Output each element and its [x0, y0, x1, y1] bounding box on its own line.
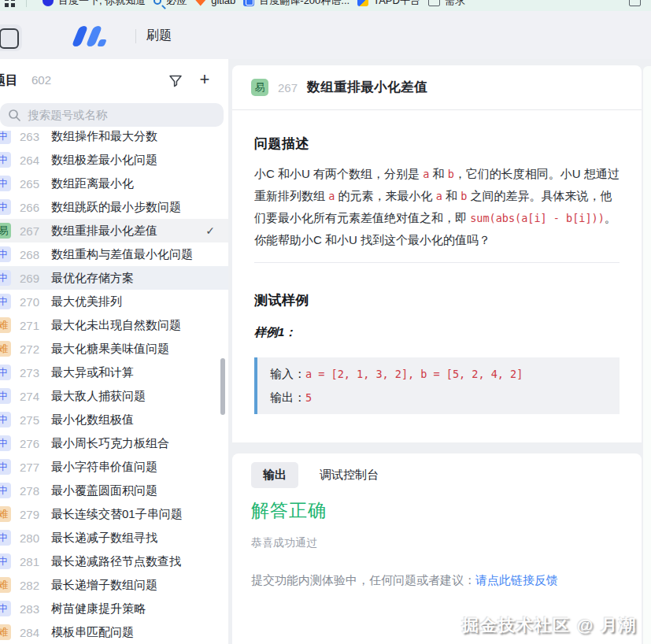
app-logo-icon: [69, 25, 110, 47]
difficulty-badge: 中: [0, 459, 11, 475]
problem-title: 模板串匹配问题: [51, 625, 134, 640]
example-output-label: 输出：: [270, 390, 305, 404]
header-divider: [135, 29, 136, 43]
problem-list-item[interactable]: 中 276 最小周长巧克力板组合: [0, 431, 228, 455]
problem-list-item[interactable]: 中 266 数组跳跃的最小步数问题: [0, 195, 228, 219]
tapd-icon: [357, 0, 368, 6]
problem-list: 中 263 数组操作和最大分数 中 264 数组极差最小化问题 中 265 数组…: [0, 131, 228, 644]
problem-list-item[interactable]: 中 280 最长递减子数组寻找: [0, 526, 228, 550]
tab-debug-console[interactable]: 调试控制台: [308, 462, 390, 488]
example-label: 样例1：: [254, 325, 620, 340]
problem-id: 284: [20, 626, 46, 639]
difficulty-badge: 中: [0, 176, 11, 191]
problem-id: 269: [20, 272, 46, 285]
bookmark-item[interactable]: 需求: [428, 0, 465, 8]
add-problem-button[interactable]: +: [195, 68, 214, 91]
problem-list-item[interactable]: 难 279 最长连续交替01子串问题: [0, 502, 228, 526]
right-gutter-panel: [643, 66, 651, 644]
example-output-value: 5: [305, 391, 312, 404]
problem-title: 数组重排最小化差值: [307, 79, 427, 96]
problem-list-item[interactable]: 中 263 数组操作和最大分数: [0, 131, 228, 148]
problem-list-item[interactable]: 难 271 最大化未出现自然数问题: [0, 313, 228, 337]
problem-list-item[interactable]: 中 275 最小化数组极值: [0, 408, 228, 431]
difficulty-badge: 中: [0, 294, 11, 309]
problem-title: 最大化未出现自然数问题: [51, 318, 181, 333]
problem-panel: 易 267 数组重排最小化差值 问题描述 小C 和小U 有两个数组，分别是 a …: [232, 65, 642, 442]
problem-id: 281: [20, 555, 46, 568]
result-subtitle: 恭喜成功通过: [251, 536, 623, 550]
search-icon: [8, 109, 21, 122]
feedback-text: 提交功能内测体验中，任何问题或者建议：请点此链接反馈: [251, 573, 623, 588]
bookmark-item[interactable]: [629, 0, 645, 6]
difficulty-badge: 中: [0, 435, 11, 451]
bookmark-item[interactable]: 必应: [154, 0, 187, 8]
difficulty-badge: 中: [0, 365, 11, 380]
bookmark-item[interactable]: gitlab: [194, 0, 235, 6]
problem-title: 最长连续交替01子串问题: [51, 507, 183, 522]
problem-list-item[interactable]: 中 278 最小覆盖圆面积问题: [0, 479, 228, 502]
problem-list-item[interactable]: 中 270 最大优美排列: [0, 290, 228, 313]
feedback-link[interactable]: 请点此链接反馈: [475, 573, 558, 587]
difficulty-badge: 中: [0, 131, 11, 144]
problem-list-item[interactable]: 中 273 最大异或和计算: [0, 361, 228, 384]
difficulty-badge: 难: [0, 341, 11, 357]
problem-description: 小C 和小U 有两个数组，分别是 a 和 b，它们的长度相同。小U 想通过重新排…: [254, 163, 620, 229]
difficulty-badge: 易: [0, 223, 11, 239]
problem-id: 263: [20, 131, 46, 143]
search-input[interactable]: [28, 109, 201, 121]
problem-title: 最小周长巧克力板组合: [51, 436, 169, 451]
check-icon: [205, 224, 215, 237]
sidebar-scrollbar[interactable]: [220, 358, 225, 415]
difficulty-badge: 中: [0, 152, 11, 168]
folder-icon: [428, 0, 440, 6]
difficulty-badge: 难: [0, 624, 11, 640]
problem-list-item[interactable]: 易 267 数组重排最小化差值: [0, 219, 228, 242]
sidebar-toggle-icon[interactable]: [0, 24, 22, 51]
problem-title: 树苗健康提升策略: [51, 601, 146, 616]
gitlab-icon: [194, 0, 206, 6]
problem-title: 最小覆盖圆面积问题: [51, 483, 157, 498]
problem-title: 最大化糖果美味值问题: [51, 342, 169, 357]
problem-id: 268: [20, 248, 46, 261]
problem-title: 数组极差最小化问题: [51, 153, 157, 168]
problem-question: 你能帮助小C 和小U 找到这个最小化的值吗？: [254, 229, 620, 251]
result-status: 解答正确: [251, 498, 623, 523]
apps-grid-icon[interactable]: [5, 0, 9, 1]
difficulty-badge: 难: [0, 317, 11, 333]
problem-list-item[interactable]: 难 282 最长递增子数组问题: [0, 573, 228, 597]
section-divider: [254, 262, 620, 263]
problem-list-item[interactable]: 中 265 数组距离最小化: [0, 172, 228, 195]
problem-id: 279: [20, 508, 46, 521]
problem-list-item[interactable]: 中 268 数组重构与差值最小化问题: [0, 242, 228, 266]
problem-id: 264: [20, 154, 46, 167]
problem-list-item[interactable]: 中 264 数组极差最小化问题: [0, 148, 228, 172]
bing-search-icon: [154, 0, 161, 5]
difficulty-badge: 难: [0, 506, 11, 522]
problem-title: 数组重构与差值最小化问题: [51, 247, 193, 262]
problem-id: 275: [20, 413, 46, 427]
bookmarks-bar: 百度一下, 你就知道 必应 gitlab 百度翻译-200种语... TAPD平…: [0, 0, 651, 11]
bookmark-item[interactable]: 百度翻译-200种语...: [243, 0, 350, 8]
problem-id: 283: [20, 602, 46, 616]
problem-list-item[interactable]: 中 283 树苗健康提升策略: [0, 597, 228, 620]
search-box[interactable]: [0, 103, 224, 127]
filter-button[interactable]: [167, 72, 184, 90]
problem-title: 数组重排最小化差值: [51, 224, 157, 239]
difficulty-badge: 中: [0, 530, 11, 546]
app-header: 刷题: [0, 11, 651, 59]
tab-output[interactable]: 输出: [251, 462, 298, 488]
bookmark-item[interactable]: 百度一下, 你就知道: [43, 0, 146, 8]
problem-id: 270: [20, 295, 46, 309]
problem-id: 271: [20, 319, 46, 332]
app-title: 刷题: [146, 28, 172, 44]
problem-title: 数组距离最小化: [51, 176, 134, 191]
problem-list-item[interactable]: 中 274 最大敌人捕获问题: [0, 384, 228, 408]
difficulty-badge: 中: [0, 388, 11, 404]
problem-list-item[interactable]: 中 281 最长递减路径节点数查找: [0, 550, 228, 573]
problem-id: 266: [20, 201, 46, 214]
bookmark-item[interactable]: TAPD平台: [357, 0, 420, 8]
problem-list-item[interactable]: 中 269 最优化存储方案: [0, 266, 228, 290]
problem-list-item[interactable]: 中 277 最小字符串价值问题: [0, 455, 228, 479]
problem-list-item[interactable]: 难 272 最大化糖果美味值问题: [0, 337, 228, 361]
problem-list-item[interactable]: 难 284 模板串匹配问题: [0, 620, 228, 644]
